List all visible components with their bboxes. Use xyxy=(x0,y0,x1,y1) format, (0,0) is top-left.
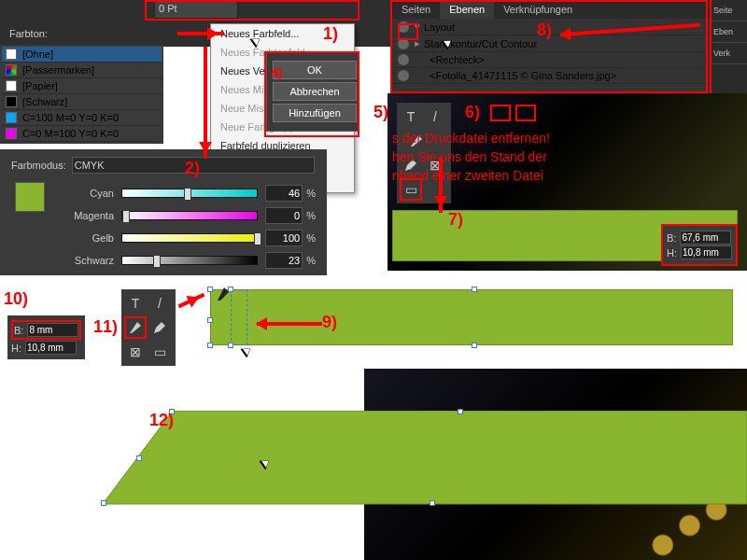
step-12-label: 12) xyxy=(149,411,174,430)
width-field[interactable] xyxy=(680,231,731,245)
step-8-label: 8) xyxy=(537,21,552,40)
svg-marker-0 xyxy=(103,411,747,504)
swatch-name: [Ohne] xyxy=(22,49,53,60)
black-slider[interactable] xyxy=(121,256,258,265)
percent-label: % xyxy=(306,255,316,266)
arrow-icon xyxy=(177,32,224,35)
annotation-box xyxy=(398,23,418,40)
toolbox-mini: T / ⊠ ▭ xyxy=(121,289,176,366)
step-5-label: 5) xyxy=(374,103,388,122)
swatches-panel: [Ohne] [Passermarken] [Papier] [Schwarz]… xyxy=(0,45,163,144)
annotation-box xyxy=(515,105,536,121)
swatch-row[interactable]: C=100 M=0 Y=0 K=0 xyxy=(2,110,162,126)
cyan-value[interactable] xyxy=(265,185,303,202)
cyan-slider[interactable] xyxy=(121,189,258,198)
swatch-color xyxy=(6,112,17,123)
selection-handle[interactable] xyxy=(472,287,477,292)
swatch-name: [Schwarz] xyxy=(22,96,67,107)
line-tool-icon[interactable]: / xyxy=(148,292,171,315)
green-rectangle-2[interactable] xyxy=(210,289,733,345)
swatch-row[interactable]: [Schwarz] xyxy=(2,94,162,110)
selection-handle[interactable] xyxy=(207,287,213,292)
pencil-tool-icon[interactable] xyxy=(148,316,171,339)
swatch-name: C=0 M=100 Y=0 K=0 xyxy=(22,128,119,139)
black-value[interactable] xyxy=(265,252,303,269)
slider-knob[interactable] xyxy=(153,255,161,268)
overlay-text: nhand einer zweiten Datei xyxy=(392,168,543,183)
arrow-icon xyxy=(257,322,322,326)
width-field[interactable] xyxy=(27,323,78,337)
swatch-name: [Passermarken] xyxy=(22,64,94,76)
step-11-label: 11) xyxy=(93,317,118,337)
swatch-row[interactable]: C=0 M=100 Y=0 K=0 xyxy=(2,126,162,142)
type-tool-icon[interactable]: T xyxy=(400,105,422,128)
overlay-text: hen Sie uns den Stand der xyxy=(392,149,547,164)
slider-knob[interactable] xyxy=(254,232,261,245)
swatch-color xyxy=(6,80,17,91)
selection-handle[interactable] xyxy=(207,343,213,348)
step-6-label: 6) xyxy=(465,103,480,122)
black-label: Schwarz xyxy=(58,255,114,266)
swatch-color xyxy=(6,96,17,107)
line-tool-icon[interactable]: / xyxy=(424,105,446,128)
selection-handle[interactable] xyxy=(458,409,463,414)
yellow-label: Gelb xyxy=(58,232,114,244)
pen-cursor-icon xyxy=(215,285,233,303)
arrow-icon xyxy=(439,157,443,213)
transform-readout-2: B: H: xyxy=(7,315,85,359)
annotation-box-1 xyxy=(145,0,359,21)
slider-knob[interactable] xyxy=(122,210,130,223)
swatch-color xyxy=(6,128,17,139)
color-mode-panel: Farbmodus: CMYK Cyan % Magenta % Gelb % … xyxy=(0,149,327,282)
transform-readout: B: H: xyxy=(661,224,738,266)
percent-label: % xyxy=(306,232,316,244)
swatch-name: [Papier] xyxy=(22,80,58,91)
color-mode-label: Farbmodus: xyxy=(11,160,66,171)
annotation-box xyxy=(390,0,708,93)
width-label: B: xyxy=(667,232,676,244)
magenta-slider[interactable] xyxy=(121,211,258,220)
selection-handle[interactable] xyxy=(228,343,233,348)
step-9-label: 9) xyxy=(322,313,337,332)
cyan-label: Cyan xyxy=(58,188,114,199)
height-label: H: xyxy=(667,247,677,259)
slider-knob[interactable] xyxy=(184,188,191,201)
height-field[interactable] xyxy=(681,245,732,259)
pen-tool-icon[interactable] xyxy=(124,316,147,339)
selection-handle[interactable] xyxy=(207,317,213,323)
height-label: H: xyxy=(11,343,21,354)
frame-tool-icon[interactable]: ⊠ xyxy=(124,341,147,363)
height-field[interactable] xyxy=(25,341,77,355)
overlay-text: s der Druckdatei entfernen! xyxy=(392,131,550,146)
step-10-label: 10) xyxy=(4,289,28,309)
swatch-color xyxy=(6,49,17,60)
color-preview xyxy=(15,182,45,212)
step-7-label: 7) xyxy=(448,210,463,230)
swatch-row[interactable]: [Ohne] xyxy=(2,47,162,63)
magenta-value[interactable] xyxy=(265,207,303,224)
percent-label: % xyxy=(306,188,316,199)
tint-label: Farbton: xyxy=(9,28,48,39)
arrow-icon xyxy=(204,47,207,159)
magenta-label: Magenta xyxy=(58,210,114,221)
swatch-name: C=100 M=0 Y=0 K=0 xyxy=(22,112,119,123)
type-tool-icon[interactable]: T xyxy=(124,292,147,315)
swatch-row[interactable]: [Papier] xyxy=(2,78,162,94)
annotation-box xyxy=(490,105,511,121)
selection-handle[interactable] xyxy=(430,500,435,506)
side-tab[interactable]: Eben xyxy=(712,21,747,43)
swatch-color xyxy=(6,64,17,76)
selection-handle[interactable] xyxy=(101,500,106,506)
swatch-row[interactable]: [Passermarken] xyxy=(2,63,162,78)
rectangle-tool-icon[interactable]: ▭ xyxy=(148,341,171,363)
yellow-value[interactable] xyxy=(265,230,303,246)
side-tab[interactable]: Verk xyxy=(712,43,747,64)
step-2-label: 2) xyxy=(185,159,200,178)
selection-handle[interactable] xyxy=(472,343,477,348)
percent-label: % xyxy=(306,210,316,221)
yellow-slider[interactable] xyxy=(121,233,258,243)
green-parallelogram[interactable] xyxy=(103,411,747,523)
annotation-box xyxy=(264,51,359,137)
selection-handle[interactable] xyxy=(136,455,142,461)
side-tab[interactable]: Seite xyxy=(712,0,747,21)
